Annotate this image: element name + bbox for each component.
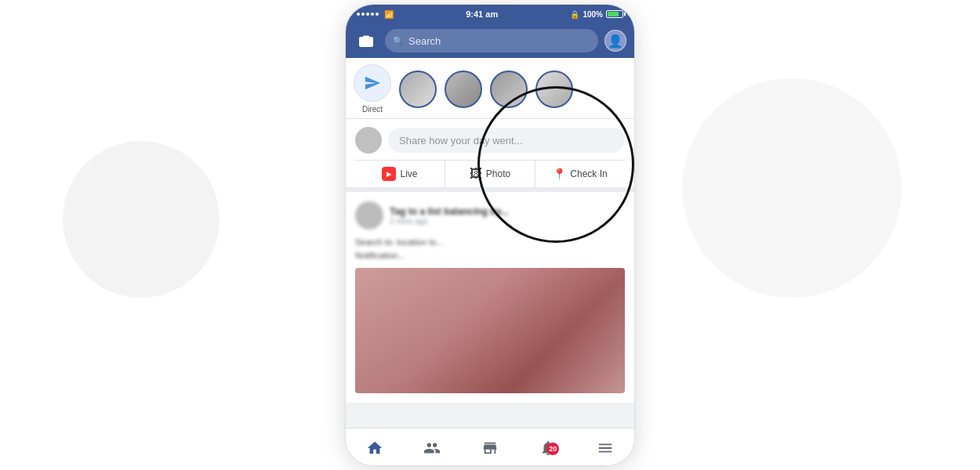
notification-badge: 20: [546, 443, 559, 455]
composer-top: Share how your day went...: [355, 127, 625, 154]
tab-home[interactable]: [346, 439, 404, 457]
feed-post-1: Tag to a list balancing by... 2 mins ago…: [346, 192, 634, 403]
wifi-icon: 📶: [384, 10, 394, 19]
bg-decoration-right: [682, 78, 902, 298]
composer-placeholder: Share how your day went...: [399, 135, 523, 146]
story-item-2[interactable]: [445, 70, 482, 108]
user-avatar[interactable]: 👤: [604, 30, 626, 52]
photo-button[interactable]: 🖼 Photo: [445, 161, 535, 187]
checkin-button[interactable]: 📍 Check In: [535, 161, 625, 187]
search-placeholder: Search: [408, 35, 441, 47]
photo-icon: 🖼: [470, 167, 482, 181]
composer-input[interactable]: Share how your day went...: [388, 128, 625, 153]
bg-decoration-left: [63, 141, 220, 298]
tab-menu[interactable]: [576, 439, 634, 457]
composer-avatar: [355, 127, 382, 154]
live-button[interactable]: ▶ Live: [355, 161, 445, 187]
lock-icon: 🔒: [570, 10, 579, 19]
stories-row: Direct: [346, 58, 634, 119]
tab-people[interactable]: [404, 439, 462, 457]
live-label: Live: [400, 168, 417, 179]
feed-text-1: Search to: location to...: [355, 236, 625, 249]
camera-button[interactable]: [354, 28, 379, 53]
battery-pct: 100%: [583, 10, 603, 19]
search-icon: 🔍: [393, 36, 404, 46]
checkin-label: Check In: [570, 168, 607, 179]
feed-image: [355, 268, 625, 393]
status-right: 🔒 100%: [570, 10, 623, 19]
feed-name: Tag to a list balancing by...: [390, 206, 625, 217]
battery-icon: [606, 10, 623, 18]
tab-notifications[interactable]: 20: [519, 439, 577, 457]
bottom-tab-bar: 20: [346, 428, 634, 466]
feed-area: Tag to a list balancing by... 2 mins ago…: [346, 192, 634, 428]
direct-icon-container: [354, 64, 391, 102]
feed-time: 2 mins ago: [390, 217, 625, 226]
search-bar[interactable]: 🔍 Search: [385, 29, 598, 52]
feed-post-header: Tag to a list balancing by... 2 mins ago: [355, 201, 625, 230]
direct-label: Direct: [362, 105, 383, 114]
post-composer: Share how your day went... ▶ Live 🖼 Phot…: [346, 119, 634, 192]
status-left: 📶: [357, 10, 394, 19]
tab-store[interactable]: [461, 439, 519, 457]
phone-content: 🔍 Search 👤 Direct: [346, 24, 634, 466]
nav-bar: 🔍 Search 👤: [346, 24, 634, 58]
feed-name-block: Tag to a list balancing by... 2 mins ago: [390, 206, 625, 226]
feed-post-body: Search to: location to... Notification..…: [355, 236, 625, 262]
composer-actions: ▶ Live 🖼 Photo 📍 Check In: [355, 160, 625, 187]
story-item-3[interactable]: [490, 70, 528, 108]
signal-icon: [357, 13, 379, 16]
story-item-1[interactable]: [399, 70, 437, 108]
direct-button[interactable]: Direct: [354, 64, 391, 114]
status-bar: 📶 9:41 am 🔒 100%: [346, 5, 634, 24]
photo-label: Photo: [486, 168, 510, 179]
status-time: 9:41 am: [466, 9, 498, 19]
feed-avatar: [355, 201, 383, 230]
phone-mockup: 📶 9:41 am 🔒 100%: [345, 4, 635, 466]
live-icon: ▶: [382, 167, 396, 181]
feed-text-2: Notification...: [355, 249, 625, 262]
page-wrapper: 📶 9:41 am 🔒 100%: [0, 0, 980, 470]
checkin-icon: 📍: [553, 168, 566, 180]
story-item-4[interactable]: [535, 70, 573, 108]
